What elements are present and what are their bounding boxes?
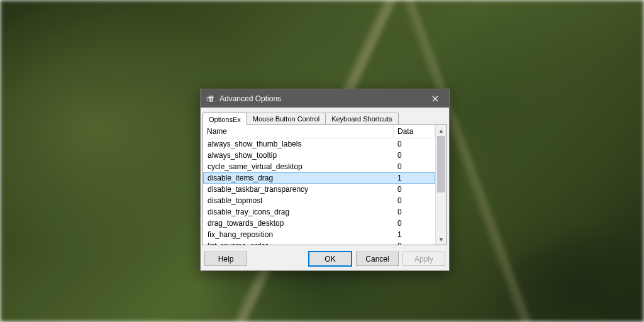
option-name: disable_taskbar_transparency: [204, 184, 394, 194]
option-name: always_show_thumb_labels: [204, 139, 394, 149]
tab-mouse-button-control[interactable]: Mouse Button Control: [247, 113, 326, 125]
option-row[interactable]: list_reverse_order0: [203, 240, 435, 245]
option-name: disable_topmost: [204, 196, 394, 206]
option-value: 0: [394, 139, 435, 149]
svg-text:7: 7: [206, 95, 209, 103]
close-icon: [432, 94, 438, 104]
app-icon: 7: [206, 94, 216, 104]
option-value: 0: [394, 196, 435, 206]
optionsex-panel: Name Data always_show_thumb_labels0alway…: [203, 125, 447, 245]
help-button[interactable]: Help: [204, 252, 247, 266]
tab-strip: OptionsExMouse Button ControlKeyboard Sh…: [201, 108, 449, 125]
option-row[interactable]: drag_towards_desktop0: [203, 218, 435, 229]
option-row[interactable]: cycle_same_virtual_desktop0: [203, 161, 435, 172]
option-value: 0: [394, 162, 435, 172]
close-button[interactable]: [421, 89, 449, 108]
option-row[interactable]: disable_items_drag1: [203, 172, 435, 184]
ok-button[interactable]: OK: [308, 251, 352, 267]
options-list[interactable]: Name Data always_show_thumb_labels0alway…: [203, 125, 435, 245]
option-row[interactable]: disable_tray_icons_drag0: [203, 206, 435, 218]
dialog-button-row: Help OK Cancel Apply: [201, 247, 449, 270]
scroll-down-button[interactable]: ▼: [436, 234, 447, 245]
column-data[interactable]: Data: [394, 125, 435, 138]
vertical-scrollbar[interactable]: ▲ ▼: [435, 125, 447, 245]
option-value: 0: [394, 207, 435, 217]
option-name: cycle_same_virtual_desktop: [204, 162, 394, 172]
option-value: 1: [394, 230, 435, 240]
option-row[interactable]: always_show_thumb_labels0: [203, 138, 435, 150]
option-name: always_show_tooltip: [204, 150, 394, 160]
option-name: disable_tray_icons_drag: [204, 207, 394, 217]
option-name: drag_towards_desktop: [204, 218, 394, 228]
scroll-thumb[interactable]: [437, 136, 445, 192]
option-name: list_reverse_order: [204, 241, 394, 245]
column-name[interactable]: Name: [203, 125, 394, 138]
svg-rect-1: [209, 97, 214, 97]
option-name: fix_hang_reposition: [204, 230, 394, 240]
option-value: 0: [394, 241, 435, 245]
window-title: Advanced Options: [219, 94, 421, 103]
option-value: 0: [394, 218, 435, 228]
option-value: 0: [394, 184, 435, 194]
option-row[interactable]: fix_hang_reposition1: [203, 229, 435, 240]
tab-optionsex[interactable]: OptionsEx: [203, 113, 247, 125]
list-header[interactable]: Name Data: [203, 125, 435, 138]
option-name: disable_items_drag: [204, 173, 394, 183]
titlebar[interactable]: 7 Advanced Options: [201, 89, 449, 108]
chevron-down-icon: ▼: [438, 236, 444, 243]
option-row[interactable]: disable_taskbar_transparency0: [203, 184, 435, 195]
chevron-up-icon: ▲: [438, 128, 444, 134]
option-value: 0: [394, 150, 435, 160]
cancel-button[interactable]: Cancel: [356, 252, 399, 266]
option-row[interactable]: always_show_tooltip0: [203, 150, 435, 161]
apply-button[interactable]: Apply: [402, 252, 445, 266]
tab-keyboard-shortcuts[interactable]: Keyboard Shortcuts: [325, 113, 399, 125]
advanced-options-dialog: 7 Advanced Options OptionsExMouse Button…: [200, 89, 450, 271]
scroll-up-button[interactable]: ▲: [436, 125, 447, 136]
option-value: 1: [394, 173, 435, 183]
option-row[interactable]: disable_topmost0: [203, 195, 435, 206]
